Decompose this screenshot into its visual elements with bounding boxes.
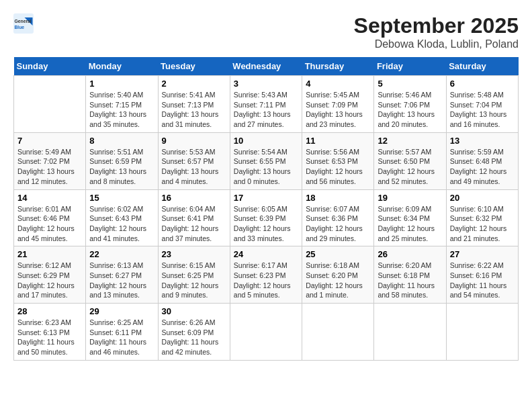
day-number: 9 [162,136,226,146]
calendar-cell: 24Sunrise: 6:17 AM Sunset: 6:23 PM Dayli… [230,246,302,304]
day-info: Sunrise: 5:57 AM Sunset: 6:50 PM Dayligh… [378,147,442,187]
day-number: 8 [89,136,154,146]
calendar-cell: 10Sunrise: 5:54 AM Sunset: 6:55 PM Dayli… [230,132,302,189]
column-header-monday: Monday [86,57,158,76]
calendar-cell: 12Sunrise: 5:57 AM Sunset: 6:50 PM Dayli… [374,132,446,189]
day-info: Sunrise: 6:20 AM Sunset: 6:18 PM Dayligh… [378,261,442,300]
calendar-cell: 8Sunrise: 5:51 AM Sunset: 6:59 PM Daylig… [86,132,158,189]
calendar-cell: 22Sunrise: 6:13 AM Sunset: 6:27 PM Dayli… [86,246,158,304]
day-info: Sunrise: 5:49 AM Sunset: 7:02 PM Dayligh… [17,147,82,187]
calendar-cell: 20Sunrise: 6:10 AM Sunset: 6:32 PM Dayli… [446,189,518,246]
day-info: Sunrise: 6:23 AM Sunset: 6:13 PM Dayligh… [17,318,82,357]
logo: General Blue [13,13,34,34]
calendar-cell: 6Sunrise: 5:48 AM Sunset: 7:04 PM Daylig… [446,76,518,133]
day-info: Sunrise: 6:02 AM Sunset: 6:43 PM Dayligh… [89,204,154,244]
calendar-cell: 17Sunrise: 6:05 AM Sunset: 6:39 PM Dayli… [230,189,302,246]
day-number: 26 [378,249,442,259]
calendar-week-1: 1Sunrise: 5:40 AM Sunset: 7:15 PM Daylig… [14,76,519,133]
calendar-cell: 7Sunrise: 5:49 AM Sunset: 7:02 PM Daylig… [14,132,86,189]
day-info: Sunrise: 6:01 AM Sunset: 6:46 PM Dayligh… [17,204,82,244]
calendar-cell [374,304,446,361]
day-number: 20 [450,193,515,203]
day-number: 22 [89,249,154,259]
day-number: 2 [162,79,226,89]
column-header-sunday: Sunday [14,57,86,76]
day-info: Sunrise: 6:04 AM Sunset: 6:41 PM Dayligh… [162,204,226,244]
day-number: 25 [306,249,370,259]
location: Debowa Kloda, Lublin, Poland [354,38,519,50]
calendar-cell: 15Sunrise: 6:02 AM Sunset: 6:43 PM Dayli… [86,189,158,246]
calendar-cell: 9Sunrise: 5:53 AM Sunset: 6:57 PM Daylig… [158,132,230,189]
day-info: Sunrise: 5:53 AM Sunset: 6:57 PM Dayligh… [162,147,226,187]
day-number: 28 [17,306,82,316]
day-number: 30 [162,306,226,316]
day-number: 10 [234,136,298,146]
calendar-cell: 14Sunrise: 6:01 AM Sunset: 6:46 PM Dayli… [14,189,86,246]
day-info: Sunrise: 5:40 AM Sunset: 7:15 PM Dayligh… [89,90,154,130]
day-info: Sunrise: 6:07 AM Sunset: 6:36 PM Dayligh… [306,204,370,244]
day-number: 17 [234,193,298,203]
column-header-friday: Friday [374,57,446,76]
calendar-week-5: 28Sunrise: 6:23 AM Sunset: 6:13 PM Dayli… [14,304,519,361]
day-number: 7 [17,136,82,146]
month-title: September 2025 [354,13,519,38]
day-info: Sunrise: 6:12 AM Sunset: 6:29 PM Dayligh… [17,261,82,300]
day-number: 23 [162,249,226,259]
day-number: 6 [450,79,515,89]
title-block: September 2025 Debowa Kloda, Lublin, Pol… [354,13,519,50]
column-header-wednesday: Wednesday [230,57,302,76]
calendar-cell: 2Sunrise: 5:41 AM Sunset: 7:13 PM Daylig… [158,76,230,133]
day-number: 24 [234,249,298,259]
day-info: Sunrise: 5:48 AM Sunset: 7:04 PM Dayligh… [450,90,515,130]
day-number: 21 [17,249,82,259]
calendar-cell [302,304,374,361]
calendar-cell: 13Sunrise: 5:59 AM Sunset: 6:48 PM Dayli… [446,132,518,189]
calendar-table: SundayMondayTuesdayWednesdayThursdayFrid… [13,57,519,361]
day-info: Sunrise: 5:43 AM Sunset: 7:11 PM Dayligh… [234,90,298,130]
day-info: Sunrise: 5:56 AM Sunset: 6:53 PM Dayligh… [306,147,370,187]
calendar-week-3: 14Sunrise: 6:01 AM Sunset: 6:46 PM Dayli… [14,189,519,246]
calendar-cell: 25Sunrise: 6:18 AM Sunset: 6:20 PM Dayli… [302,246,374,304]
day-info: Sunrise: 5:41 AM Sunset: 7:13 PM Dayligh… [162,90,226,130]
day-info: Sunrise: 5:54 AM Sunset: 6:55 PM Dayligh… [234,147,298,187]
page-header: General Blue September 2025 Debowa Kloda… [13,13,519,50]
calendar-cell: 30Sunrise: 6:26 AM Sunset: 6:09 PM Dayli… [158,304,230,361]
day-info: Sunrise: 5:51 AM Sunset: 6:59 PM Dayligh… [89,147,154,187]
calendar-cell: 4Sunrise: 5:45 AM Sunset: 7:09 PM Daylig… [302,76,374,133]
day-number: 12 [378,136,442,146]
day-info: Sunrise: 6:10 AM Sunset: 6:32 PM Dayligh… [450,204,515,244]
calendar-cell [14,76,86,133]
day-number: 19 [378,193,442,203]
calendar-cell: 3Sunrise: 5:43 AM Sunset: 7:11 PM Daylig… [230,76,302,133]
calendar-cell [230,304,302,361]
calendar-cell: 11Sunrise: 5:56 AM Sunset: 6:53 PM Dayli… [302,132,374,189]
day-info: Sunrise: 6:05 AM Sunset: 6:39 PM Dayligh… [234,204,298,244]
calendar-cell: 23Sunrise: 6:15 AM Sunset: 6:25 PM Dayli… [158,246,230,304]
day-number: 1 [89,79,154,89]
day-number: 3 [234,79,298,89]
calendar-cell: 21Sunrise: 6:12 AM Sunset: 6:29 PM Dayli… [14,246,86,304]
calendar-cell: 1Sunrise: 5:40 AM Sunset: 7:15 PM Daylig… [86,76,158,133]
day-info: Sunrise: 6:13 AM Sunset: 6:27 PM Dayligh… [89,261,154,300]
day-number: 11 [306,136,370,146]
day-info: Sunrise: 5:45 AM Sunset: 7:09 PM Dayligh… [306,90,370,130]
day-number: 18 [306,193,370,203]
calendar-cell: 19Sunrise: 6:09 AM Sunset: 6:34 PM Dayli… [374,189,446,246]
calendar-cell: 18Sunrise: 6:07 AM Sunset: 6:36 PM Dayli… [302,189,374,246]
column-header-saturday: Saturday [446,57,518,76]
day-info: Sunrise: 6:26 AM Sunset: 6:09 PM Dayligh… [162,318,226,357]
calendar-cell: 16Sunrise: 6:04 AM Sunset: 6:41 PM Dayli… [158,189,230,246]
day-info: Sunrise: 6:09 AM Sunset: 6:34 PM Dayligh… [378,204,442,244]
calendar-week-4: 21Sunrise: 6:12 AM Sunset: 6:29 PM Dayli… [14,246,519,304]
day-info: Sunrise: 6:25 AM Sunset: 6:11 PM Dayligh… [89,318,154,357]
day-number: 14 [17,193,82,203]
day-info: Sunrise: 6:15 AM Sunset: 6:25 PM Dayligh… [162,261,226,300]
day-number: 4 [306,79,370,89]
calendar-cell: 29Sunrise: 6:25 AM Sunset: 6:11 PM Dayli… [86,304,158,361]
day-info: Sunrise: 6:18 AM Sunset: 6:20 PM Dayligh… [306,261,370,300]
calendar-cell: 26Sunrise: 6:20 AM Sunset: 6:18 PM Dayli… [374,246,446,304]
day-info: Sunrise: 5:59 AM Sunset: 6:48 PM Dayligh… [450,147,515,187]
calendar-cell: 27Sunrise: 6:22 AM Sunset: 6:16 PM Dayli… [446,246,518,304]
day-number: 29 [89,306,154,316]
day-number: 13 [450,136,515,146]
